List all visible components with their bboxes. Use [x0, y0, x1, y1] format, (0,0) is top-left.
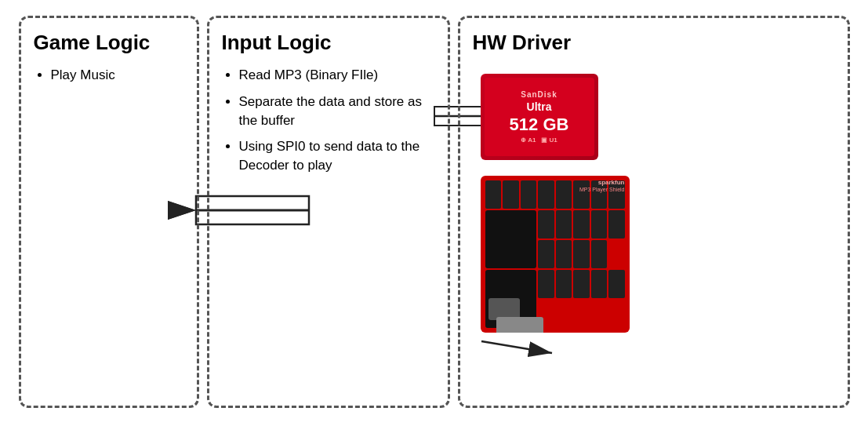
- chip-5: [556, 180, 572, 209]
- sd-icons: ⊕ A1 ▣ U1: [521, 137, 557, 144]
- chip-13: [608, 210, 625, 238]
- chip-17: [591, 240, 608, 268]
- chip-16: [573, 240, 590, 268]
- input-logic-box: Input Logic Read MP3 (Binary FIle) Separ…: [207, 16, 450, 408]
- chip-14: [538, 240, 554, 268]
- chip-4: [538, 180, 554, 209]
- chip-22: [608, 270, 625, 298]
- hw-driver-title: HW Driver: [473, 31, 572, 55]
- chip-15: [556, 240, 572, 268]
- input-logic-bullets: Read MP3 (Binary FIle) Separate the data…: [222, 66, 435, 175]
- input-logic-bullet-2: Separate the data and store as the buffe…: [239, 93, 435, 130]
- game-logic-bullet-1: Play Music: [51, 66, 184, 85]
- chip-18: [538, 270, 554, 298]
- sd-card: SanDisk Ultra 512 GB ⊕ A1 ▣ U1: [481, 74, 598, 160]
- chip-6: [573, 180, 590, 209]
- chip-large-1: [485, 210, 537, 268]
- chip-21: [591, 270, 608, 298]
- game-logic-bullets: Play Music: [34, 66, 184, 85]
- input-logic-bullet-1: Read MP3 (Binary FIle): [239, 66, 435, 85]
- sd-card-inner: SanDisk Ultra 512 GB ⊕ A1 ▣ U1: [485, 78, 594, 156]
- chip-3: [521, 180, 537, 209]
- board-label-mp3: MP3 Player Shield: [579, 187, 625, 192]
- sd-capacity: 512 GB: [510, 115, 569, 135]
- input-logic-title: Input Logic: [222, 31, 435, 55]
- game-logic-box: Game Logic Play Music: [19, 16, 199, 408]
- mp3-board: sparkfun MP3 Player Shield: [481, 176, 630, 333]
- chip-2: [503, 180, 519, 209]
- game-logic-title: Game Logic: [34, 31, 184, 55]
- hw-driver-box: HW Driver SanDisk Ultra 512 GB ⊕ A1 ▣ U1: [458, 16, 850, 408]
- board-label-sparkfun: sparkfun: [598, 179, 625, 186]
- input-logic-bullet-3: Using SPI0 to send data to the Decoder t…: [239, 137, 435, 175]
- board-connector: [496, 317, 543, 333]
- chip-19: [556, 270, 572, 298]
- chip-11: [573, 210, 590, 238]
- chip-10: [556, 210, 572, 238]
- chip-20: [573, 270, 590, 298]
- chip-1: [485, 180, 502, 209]
- sd-brand: SanDisk: [521, 90, 557, 99]
- sd-brand-name: Ultra: [527, 100, 552, 113]
- diagram-container: Game Logic Play Music Input Logic Read M…: [19, 16, 850, 408]
- chip-9: [538, 210, 554, 238]
- chip-12: [591, 210, 608, 238]
- hw-components: SanDisk Ultra 512 GB ⊕ A1 ▣ U1: [473, 74, 630, 333]
